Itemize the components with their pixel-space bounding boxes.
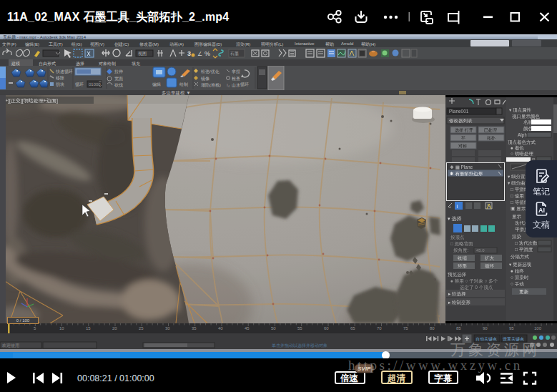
svg-text:松弛/优化: 松弛/优化 (201, 69, 220, 74)
svg-text:80: 80 (430, 326, 435, 330)
svg-text:65: 65 (350, 326, 355, 330)
svg-text:按角度:: 按角度: (453, 248, 469, 253)
svg-text:字幕: 字幕 (434, 373, 453, 383)
svg-text:宽面: 宽面 (114, 76, 123, 82)
svg-text:10: 10 (59, 326, 64, 330)
svg-text:石墨: 石墨 (230, 51, 239, 57)
svg-text:❖ ▦ Plane: ❖ ▦ Plane (450, 165, 473, 170)
svg-text:85: 85 (456, 326, 461, 330)
svg-text:拿捏: 拿捏 (232, 69, 240, 74)
svg-text:欢迎使用: 欢迎使用 (2, 343, 19, 348)
svg-text:显示: 显示 (512, 214, 522, 219)
svg-text:选择 打开: 选择 打开 (455, 128, 473, 133)
svg-text:预览选择: 预览选择 (448, 272, 467, 278)
svg-text:镜像: 镜像 (200, 76, 210, 82)
svg-text:55: 55 (297, 326, 302, 330)
svg-text:切块: 切块 (56, 82, 64, 87)
svg-text:00:08:21 / 01:00:00: 00:08:21 / 01:00:00 (77, 373, 154, 383)
svg-text:25: 25 (139, 326, 144, 330)
svg-text:30: 30 (165, 326, 170, 330)
svg-text:塌陷(堆栈): 塌陷(堆栈) (200, 82, 221, 88)
svg-text:15: 15 (86, 326, 91, 330)
svg-text:▾ 选择: ▾ 选择 (448, 216, 461, 222)
svg-text:70: 70 (377, 326, 382, 330)
svg-text:▾ 更新选项: ▾ 更新选项 (509, 262, 532, 268)
svg-text:砍伐: 砍伐 (114, 82, 123, 87)
svg-text:视图: 视图 (138, 51, 147, 57)
svg-text:35: 35 (192, 326, 197, 330)
svg-text:○ 明暗处理: ○ 明暗处理 (511, 151, 533, 157)
svg-text:平: 平 (461, 135, 465, 140)
svg-text:分隔方式: 分隔方式 (511, 254, 530, 260)
svg-text:3: 3 (187, 50, 191, 57)
svg-text:45: 45 (245, 326, 250, 330)
svg-text:40: 40 (218, 326, 223, 330)
svg-text:选定了 0 个顶点: 选定了 0 个顶点 (460, 285, 493, 290)
svg-text:[+][正交][明暗处理+边面]: [+][正交][明暗处理+边面] (4, 98, 58, 104)
svg-text:□ 平滑度: □ 平滑度 (515, 247, 533, 253)
svg-text:75: 75 (403, 326, 408, 330)
svg-text:50: 50 (271, 326, 276, 330)
svg-text:100: 100 (534, 326, 542, 330)
svg-text:● 着色: ● 着色 (511, 145, 524, 151)
svg-text:移除: 移除 (56, 75, 64, 81)
svg-text:环形: 环形 (458, 263, 468, 269)
svg-text:超清: 超清 (387, 373, 406, 383)
svg-text:Ⅰ₄: Ⅰ₄ (227, 83, 230, 87)
svg-text:更新: 更新 (519, 289, 529, 295)
svg-text:✱ 石墨拓扑边形: ✱ 石墨拓扑边形 (450, 171, 483, 177)
svg-text:绘制: 绘制 (179, 82, 188, 87)
svg-text:▸ 绘制变形: ▸ 绘制变形 (448, 300, 471, 305)
svg-text:□ 忽略背面: □ 忽略背面 (450, 241, 473, 247)
svg-text:95: 95 (509, 326, 514, 330)
svg-text:90: 90 (483, 326, 488, 330)
svg-text:20: 20 (112, 326, 117, 330)
svg-text:∠: ∠ (197, 51, 202, 57)
svg-text:编辑: 编辑 (152, 82, 161, 87)
svg-text:● 始终: ● 始终 (511, 268, 524, 274)
svg-text:▾ 顶点属性: ▾ 顶点属性 (509, 107, 532, 112)
svg-text:按顶点: 按顶点 (450, 235, 465, 240)
svg-text:顶点着色方式: 顶点着色方式 (508, 139, 536, 145)
svg-text:倍速: 倍速 (340, 373, 359, 383)
svg-text:拓扑: 拓扑 (486, 136, 496, 140)
svg-text:拉伸: 拉伸 (114, 69, 123, 74)
svg-text:● 禁用 ○ 子对象 ○ 多个: ● 禁用 ○ 子对象 ○ 多个 (450, 278, 498, 284)
svg-text:○ 渲染时: ○ 渲染时 (511, 275, 529, 280)
svg-text:45.0: 45.0 (476, 248, 485, 253)
svg-text:渲染: 渲染 (512, 234, 522, 240)
svg-text:收缩: 收缩 (458, 255, 468, 261)
svg-text:修改器列表: 修改器列表 (449, 118, 473, 124)
svg-text:对称: 对称 (458, 144, 467, 148)
svg-text:检查: 检查 (232, 77, 240, 81)
svg-text:循环: 循环 (75, 82, 84, 87)
svg-text:Plane001: Plane001 (449, 109, 469, 114)
svg-text:%: % (204, 50, 210, 57)
svg-text:AI: AI (538, 207, 545, 214)
svg-text:山水: 山水 (232, 83, 240, 87)
svg-text:循环: 循环 (240, 82, 249, 87)
svg-text:扩大: 扩大 (485, 255, 495, 260)
svg-text:快速循环: 快速循环 (55, 69, 73, 74)
svg-text:60: 60 (324, 326, 329, 330)
svg-text:▸ 软选择: ▸ 软选择 (448, 291, 466, 297)
svg-text:○ 手动: ○ 手动 (511, 281, 524, 287)
svg-text:已处理: 已处理 (484, 127, 497, 133)
svg-text:单击并拖动以选择并移动对象: 单击并拖动以选择并移动对象 (272, 343, 327, 348)
svg-text:循环: 循环 (485, 263, 495, 269)
svg-text:视口显示颜色: 视口显示颜色 (512, 114, 541, 119)
svg-text:□ 迭代次数: □ 迭代次数 (515, 240, 538, 245)
